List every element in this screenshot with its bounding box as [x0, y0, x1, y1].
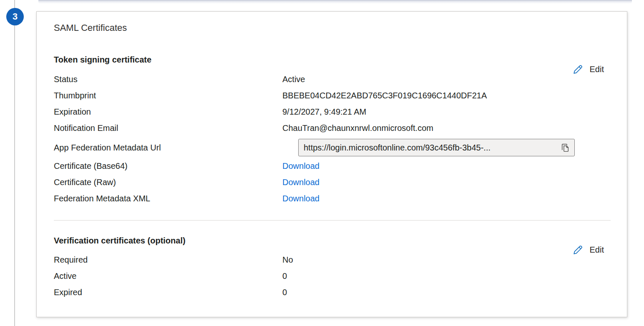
field-label: Certificate (Base64): [54, 160, 282, 171]
step-3-badge: 3: [6, 8, 24, 25]
field-value: BBEBE04CD42E2ABD765C3F019C1696C1440DF21A: [282, 91, 487, 100]
card-title: SAML Certificates: [54, 22, 127, 34]
previous-section-card-edge: [38, 0, 632, 4]
edit-button-label: Edit: [590, 245, 604, 255]
field-value: ChauTran@chaunxnrwl.onmicrosoft.com: [282, 123, 433, 133]
field-value: Active: [282, 75, 305, 84]
pencil-icon: [572, 64, 584, 75]
field-row-certificate-base64: Certificate (Base64)Download: [54, 160, 602, 171]
copy-icon: [560, 143, 570, 153]
field-row-certificate-raw: Certificate (Raw)Download: [54, 177, 602, 188]
field-row-expired: Expired0: [54, 287, 602, 298]
field-row-notification-email: Notification EmailChauTran@chaunxnrwl.on…: [54, 123, 602, 133]
field-value: 9/12/2027, 9:49:21 AM: [282, 107, 366, 116]
field-label: Status: [54, 74, 282, 85]
field-row-status: StatusActive: [54, 74, 602, 85]
edit-button-label: Edit: [590, 65, 604, 74]
field-value: 0: [282, 288, 287, 297]
field-row-expiration: Expiration9/12/2027, 9:49:21 AM: [54, 106, 602, 117]
field-label: Expiration: [54, 106, 282, 117]
field-value: No: [282, 255, 293, 264]
field-label: App Federation Metadata Url: [54, 142, 282, 153]
field-label: Expired: [54, 287, 282, 298]
pencil-icon: [572, 244, 584, 256]
field-label: Required: [54, 254, 282, 265]
field-value: 0: [282, 271, 287, 281]
field-row-required: RequiredNo: [54, 254, 602, 265]
token-signing-heading: Token signing certificate: [54, 54, 151, 65]
field-row-thumbprint: ThumbprintBBEBE04CD42E2ABD765C3F019C1696…: [54, 90, 602, 101]
field-row-federation-metadata-xml: Federation Metadata XMLDownload: [54, 193, 602, 204]
download-certificate-base64-link[interactable]: Download: [282, 161, 319, 171]
step-connector-line: [14, 0, 15, 326]
field-label: Certificate (Raw): [54, 177, 282, 188]
verification-certificates-heading: Verification certificates (optional): [54, 235, 186, 246]
section-divider: [54, 220, 611, 221]
field-label: Notification Email: [54, 123, 282, 133]
page: 3 SAML Certificates Token signing certif…: [0, 0, 644, 326]
field-label: Federation Metadata XML: [54, 193, 282, 204]
saml-certificates-card: SAML Certificates Token signing certific…: [36, 11, 627, 317]
download-certificate-raw-link[interactable]: Download: [282, 178, 319, 187]
metadata-url-value: https://login.microsoftonline.com/93c456…: [304, 143, 559, 153]
field-row-active: Active0: [54, 271, 602, 281]
download-federation-metadata-xml-link[interactable]: Download: [282, 194, 319, 203]
field-label: Active: [54, 271, 282, 281]
copy-to-clipboard-button[interactable]: [559, 143, 571, 153]
step-number: 3: [13, 11, 18, 22]
app-federation-metadata-url-field[interactable]: https://login.microsoftonline.com/93c456…: [298, 139, 575, 156]
field-label: Thumbprint: [54, 90, 282, 101]
